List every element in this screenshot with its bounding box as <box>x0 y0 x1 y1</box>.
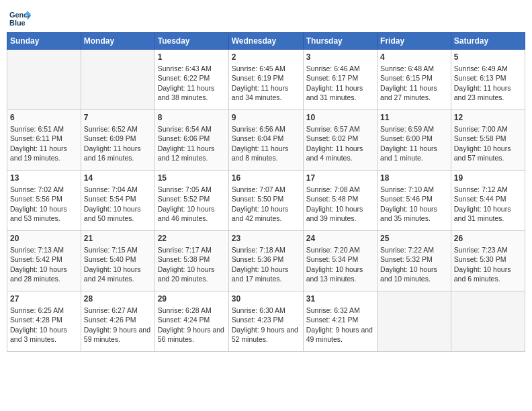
calendar-cell: 23Sunrise: 7:18 AM Sunset: 5:36 PM Dayli… <box>228 231 303 291</box>
day-detail: Sunrise: 6:30 AM Sunset: 4:23 PM Dayligh… <box>232 306 300 344</box>
svg-text:Blue: Blue <box>9 19 26 27</box>
weekday-header: Sunday <box>7 33 81 50</box>
calendar-cell: 16Sunrise: 7:07 AM Sunset: 5:50 PM Dayli… <box>228 171 303 231</box>
day-detail: Sunrise: 7:13 AM Sunset: 5:42 PM Dayligh… <box>10 245 78 283</box>
day-detail: Sunrise: 7:00 AM Sunset: 5:58 PM Dayligh… <box>454 124 522 163</box>
logo-icon: General Blue <box>9 9 31 28</box>
day-detail: Sunrise: 6:27 AM Sunset: 4:26 PM Dayligh… <box>84 306 152 344</box>
day-number: 4 <box>380 52 448 62</box>
day-detail: Sunrise: 6:59 AM Sunset: 6:00 PM Dayligh… <box>380 124 448 163</box>
day-detail: Sunrise: 6:57 AM Sunset: 6:02 PM Dayligh… <box>306 124 374 163</box>
day-number: 22 <box>158 233 226 244</box>
calendar-cell: 31Sunrise: 6:32 AM Sunset: 4:21 PM Dayli… <box>303 291 377 352</box>
day-detail: Sunrise: 7:12 AM Sunset: 5:44 PM Dayligh… <box>454 185 522 223</box>
day-detail: Sunrise: 6:52 AM Sunset: 6:09 PM Dayligh… <box>84 124 152 163</box>
calendar-cell <box>81 50 154 110</box>
calendar-week-row: 6Sunrise: 6:51 AM Sunset: 6:11 PM Daylig… <box>7 110 525 171</box>
calendar-cell: 26Sunrise: 7:23 AM Sunset: 5:30 PM Dayli… <box>451 231 525 291</box>
day-number: 12 <box>454 112 522 123</box>
calendar-cell: 13Sunrise: 7:02 AM Sunset: 5:56 PM Dayli… <box>7 171 81 231</box>
day-detail: Sunrise: 6:46 AM Sunset: 6:17 PM Dayligh… <box>306 64 374 102</box>
weekday-header: Wednesday <box>228 33 303 50</box>
day-detail: Sunrise: 7:08 AM Sunset: 5:48 PM Dayligh… <box>306 185 374 223</box>
day-detail: Sunrise: 6:49 AM Sunset: 6:13 PM Dayligh… <box>454 64 522 102</box>
calendar-cell: 6Sunrise: 6:51 AM Sunset: 6:11 PM Daylig… <box>7 110 81 171</box>
day-number: 9 <box>232 112 300 123</box>
day-detail: Sunrise: 7:07 AM Sunset: 5:50 PM Dayligh… <box>232 185 300 223</box>
day-number: 28 <box>84 293 152 304</box>
calendar-cell: 2Sunrise: 6:45 AM Sunset: 6:19 PM Daylig… <box>228 50 303 110</box>
day-number: 18 <box>380 173 448 183</box>
calendar-cell: 21Sunrise: 7:15 AM Sunset: 5:40 PM Dayli… <box>81 231 154 291</box>
day-detail: Sunrise: 7:20 AM Sunset: 5:34 PM Dayligh… <box>306 245 374 283</box>
calendar-cell: 20Sunrise: 7:13 AM Sunset: 5:42 PM Dayli… <box>7 231 81 291</box>
day-number: 29 <box>158 293 226 304</box>
calendar-cell: 27Sunrise: 6:25 AM Sunset: 4:28 PM Dayli… <box>7 291 81 352</box>
calendar-cell <box>451 291 525 352</box>
day-number: 20 <box>10 233 78 244</box>
day-number: 6 <box>10 112 78 123</box>
calendar-cell: 17Sunrise: 7:08 AM Sunset: 5:48 PM Dayli… <box>303 171 377 231</box>
day-number: 5 <box>454 52 522 62</box>
calendar-cell <box>7 50 81 110</box>
calendar-cell: 28Sunrise: 6:27 AM Sunset: 4:26 PM Dayli… <box>81 291 154 352</box>
weekday-header: Monday <box>81 33 154 50</box>
day-detail: Sunrise: 6:28 AM Sunset: 4:24 PM Dayligh… <box>158 306 226 344</box>
calendar-cell: 29Sunrise: 6:28 AM Sunset: 4:24 PM Dayli… <box>154 291 228 352</box>
calendar-table: SundayMondayTuesdayWednesdayThursdayFrid… <box>7 32 525 352</box>
calendar-week-row: 13Sunrise: 7:02 AM Sunset: 5:56 PM Dayli… <box>7 171 525 231</box>
day-number: 27 <box>10 293 78 304</box>
day-number: 2 <box>232 52 300 62</box>
calendar-cell: 14Sunrise: 7:04 AM Sunset: 5:54 PM Dayli… <box>81 171 154 231</box>
day-detail: Sunrise: 6:43 AM Sunset: 6:22 PM Dayligh… <box>158 64 226 102</box>
calendar-cell <box>378 291 451 352</box>
calendar-cell: 10Sunrise: 6:57 AM Sunset: 6:02 PM Dayli… <box>303 110 377 171</box>
calendar-cell: 18Sunrise: 7:10 AM Sunset: 5:46 PM Dayli… <box>378 171 451 231</box>
calendar-cell: 22Sunrise: 7:17 AM Sunset: 5:38 PM Dayli… <box>154 231 228 291</box>
day-number: 11 <box>380 112 448 123</box>
day-detail: Sunrise: 7:22 AM Sunset: 5:32 PM Dayligh… <box>380 245 448 283</box>
calendar-cell: 19Sunrise: 7:12 AM Sunset: 5:44 PM Dayli… <box>451 171 525 231</box>
day-number: 26 <box>454 233 522 244</box>
day-number: 30 <box>232 293 300 304</box>
calendar-week-row: 20Sunrise: 7:13 AM Sunset: 5:42 PM Dayli… <box>7 231 525 291</box>
page-header: General Blue <box>7 7 525 28</box>
day-detail: Sunrise: 7:02 AM Sunset: 5:56 PM Dayligh… <box>10 185 78 223</box>
day-detail: Sunrise: 7:15 AM Sunset: 5:40 PM Dayligh… <box>84 245 152 283</box>
day-detail: Sunrise: 7:05 AM Sunset: 5:52 PM Dayligh… <box>158 185 226 223</box>
calendar-week-row: 27Sunrise: 6:25 AM Sunset: 4:28 PM Dayli… <box>7 291 525 352</box>
day-detail: Sunrise: 6:25 AM Sunset: 4:28 PM Dayligh… <box>10 306 78 344</box>
day-number: 17 <box>306 173 374 183</box>
day-number: 19 <box>454 173 522 183</box>
day-number: 3 <box>306 52 374 62</box>
day-number: 10 <box>306 112 374 123</box>
calendar-cell: 5Sunrise: 6:49 AM Sunset: 6:13 PM Daylig… <box>451 50 525 110</box>
day-detail: Sunrise: 6:32 AM Sunset: 4:21 PM Dayligh… <box>306 306 374 344</box>
calendar-cell: 7Sunrise: 6:52 AM Sunset: 6:09 PM Daylig… <box>81 110 154 171</box>
calendar-cell: 15Sunrise: 7:05 AM Sunset: 5:52 PM Dayli… <box>154 171 228 231</box>
day-detail: Sunrise: 7:10 AM Sunset: 5:46 PM Dayligh… <box>380 185 448 223</box>
weekday-header-row: SundayMondayTuesdayWednesdayThursdayFrid… <box>7 33 525 50</box>
calendar-cell: 12Sunrise: 7:00 AM Sunset: 5:58 PM Dayli… <box>451 110 525 171</box>
day-number: 25 <box>380 233 448 244</box>
day-number: 24 <box>306 233 374 244</box>
day-number: 23 <box>232 233 300 244</box>
day-number: 13 <box>10 173 78 183</box>
calendar-cell: 25Sunrise: 7:22 AM Sunset: 5:32 PM Dayli… <box>378 231 451 291</box>
day-number: 21 <box>84 233 152 244</box>
weekday-header: Friday <box>378 33 451 50</box>
day-number: 31 <box>306 293 374 304</box>
calendar-cell: 30Sunrise: 6:30 AM Sunset: 4:23 PM Dayli… <box>228 291 303 352</box>
day-number: 16 <box>232 173 300 183</box>
weekday-header: Saturday <box>451 33 525 50</box>
weekday-header: Thursday <box>303 33 377 50</box>
day-detail: Sunrise: 6:48 AM Sunset: 6:15 PM Dayligh… <box>380 64 448 102</box>
day-detail: Sunrise: 6:45 AM Sunset: 6:19 PM Dayligh… <box>232 64 300 102</box>
day-number: 7 <box>84 112 152 123</box>
logo: General Blue <box>9 9 32 28</box>
calendar-cell: 3Sunrise: 6:46 AM Sunset: 6:17 PM Daylig… <box>303 50 377 110</box>
day-detail: Sunrise: 7:04 AM Sunset: 5:54 PM Dayligh… <box>84 185 152 223</box>
calendar-cell: 1Sunrise: 6:43 AM Sunset: 6:22 PM Daylig… <box>154 50 228 110</box>
calendar-week-row: 1Sunrise: 6:43 AM Sunset: 6:22 PM Daylig… <box>7 50 525 110</box>
day-detail: Sunrise: 7:17 AM Sunset: 5:38 PM Dayligh… <box>158 245 226 283</box>
